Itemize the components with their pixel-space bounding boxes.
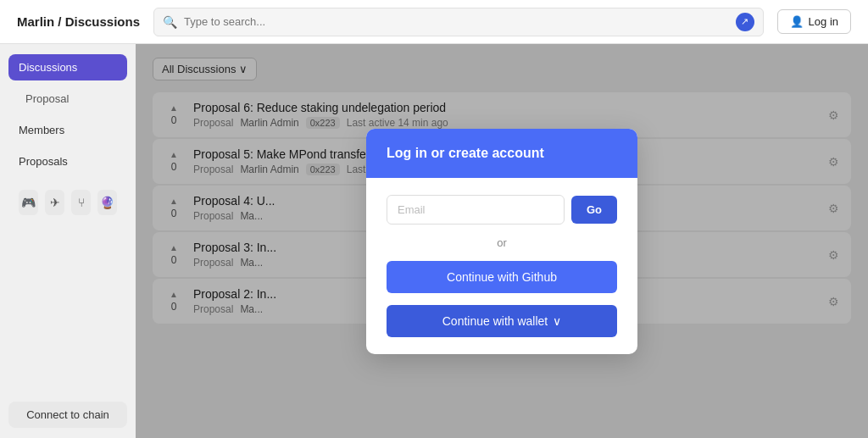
login-modal: Log in or create account Go or Continue … [366, 129, 637, 354]
icon-misc[interactable]: 🔮 [97, 190, 117, 215]
modal-title: Log in or create account [387, 146, 544, 160]
user-icon: 👤 [790, 15, 804, 28]
header: Marlin / Discussions 🔍 ↗ 👤 Log in [0, 0, 868, 44]
sidebar-item-proposals[interactable]: Proposals [8, 148, 127, 175]
wallet-login-button[interactable]: Continue with wallet ∨ [387, 305, 617, 337]
modal-body: Go or Continue with Github Continue with… [366, 178, 637, 354]
search-input[interactable] [184, 15, 729, 28]
search-badge: ↗ [736, 13, 754, 31]
go-button[interactable]: Go [571, 196, 617, 224]
icon-game[interactable]: 🎮 [19, 190, 38, 215]
wallet-label: Continue with wallet [442, 314, 548, 328]
layout: Discussions Proposal Members Proposals 🎮… [0, 44, 868, 438]
login-button[interactable]: 👤 Log in [777, 9, 851, 34]
icon-github[interactable]: ⑂ [71, 190, 91, 215]
email-field[interactable] [387, 195, 565, 225]
modal-email-row: Go [387, 195, 617, 225]
login-label: Log in [809, 15, 838, 28]
modal-overlay: Log in or create account Go or Continue … [136, 44, 868, 438]
breadcrumb: Marlin / Discussions [17, 14, 140, 29]
chevron-down-icon: ∨ [553, 314, 561, 328]
icon-telegram[interactable]: ✈ [45, 190, 64, 215]
search-bar[interactable]: 🔍 ↗ [153, 8, 764, 36]
github-login-button[interactable]: Continue with Github [387, 261, 617, 293]
modal-or-divider: or [387, 236, 617, 249]
sidebar-icons: 🎮 ✈ ⑂ 🔮 [8, 183, 127, 222]
sidebar-item-members[interactable]: Members [8, 117, 127, 143]
sidebar: Discussions Proposal Members Proposals 🎮… [0, 44, 136, 438]
search-icon: 🔍 [163, 15, 177, 29]
connect-chain-button[interactable]: Connect to chain [8, 402, 127, 428]
sidebar-item-discussions[interactable]: Discussions [8, 54, 127, 80]
main-content: All Discussions ∨ ▲ 0 Proposal 6: Reduce… [136, 44, 868, 438]
modal-header: Log in or create account [366, 129, 637, 178]
sidebar-item-proposal[interactable]: Proposal [8, 86, 127, 112]
